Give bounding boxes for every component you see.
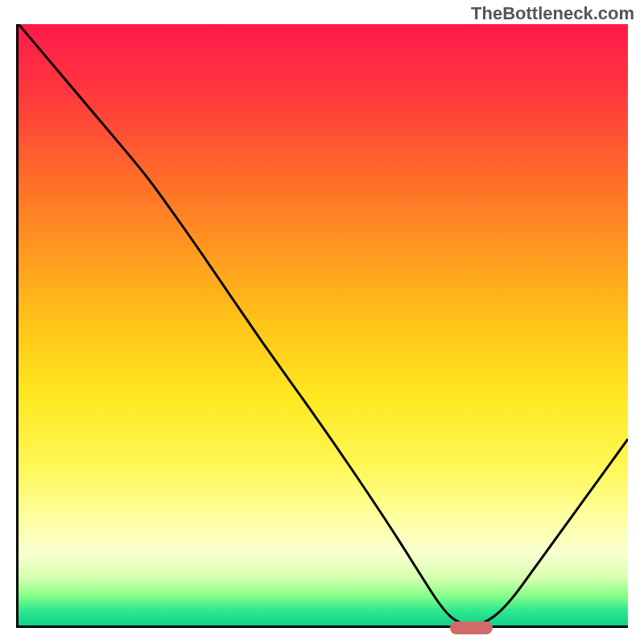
plot-area bbox=[16, 24, 628, 628]
optimal-marker bbox=[450, 621, 493, 634]
watermark-text: TheBottleneck.com bbox=[471, 3, 634, 24]
curve-svg bbox=[19, 24, 628, 625]
bottleneck-curve-path bbox=[19, 24, 628, 625]
